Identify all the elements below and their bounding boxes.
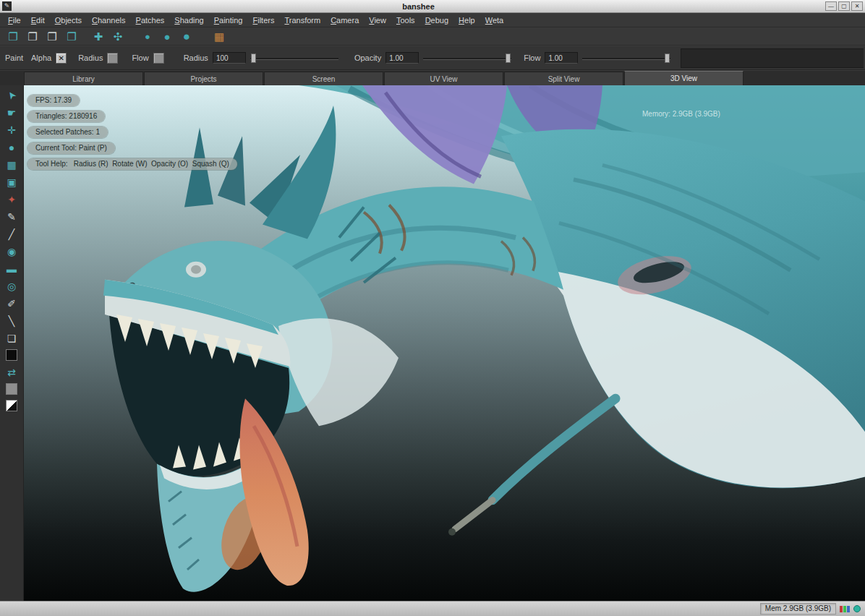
opacity-label: Opacity (354, 54, 381, 62)
menubar: FileEditObjectsChannelsPatchesShadingPai… (0, 13, 865, 27)
radius-slider-handle[interactable] (251, 54, 256, 63)
patch-select-tool-icon[interactable]: ▣ (3, 174, 20, 190)
flow-input[interactable] (545, 52, 578, 64)
opacity-input[interactable] (385, 52, 419, 64)
line-tool-icon-glyph: ╱ (9, 228, 14, 240)
viewport-hud: FPS: 17.39Triangles: 2180916Selected Pat… (27, 95, 237, 170)
status-indicator-dot (853, 605, 861, 612)
brush-preset-1-icon[interactable]: ● (140, 30, 155, 44)
rect-brush-tool-icon[interactable]: ▬ (3, 260, 20, 277)
main-area: ➤☛✛●▦▣✦✎╱◉▬◎✐╲❏⇄ (0, 85, 865, 601)
hud-fps: FPS: 17.39 (27, 95, 80, 106)
radius-stylus-toggle[interactable] (107, 53, 118, 64)
menu-channels[interactable]: Channels (87, 14, 131, 26)
pan-tool-icon[interactable]: ☛ (3, 104, 20, 121)
statusbar: Mem 2.9GB (3.9GB) (0, 601, 865, 616)
rgb-channels-icon[interactable] (840, 606, 850, 612)
menu-camera[interactable]: Camera (325, 14, 364, 26)
background-color-swatch[interactable] (6, 383, 17, 395)
menu-edit[interactable]: Edit (26, 14, 50, 26)
opacity-slider[interactable] (423, 54, 511, 63)
hud-selected-patches: Selected Patches: 1 (27, 127, 108, 138)
opacity-slider-handle[interactable] (506, 54, 511, 63)
foreground-color-swatch[interactable] (6, 349, 17, 361)
open-project-icon[interactable]: ❐ (25, 30, 40, 44)
transform-tool-icon-glyph: ❏ (7, 333, 17, 344)
menu-help[interactable]: Help (453, 14, 480, 26)
menu-shading[interactable]: Shading (169, 14, 208, 26)
new-project-icon[interactable]: ❐ (6, 30, 20, 44)
main-toolbar: ❐❐❐❐✚✣●●●▦ (0, 28, 865, 46)
pencil-tool-icon[interactable]: ✎ (3, 208, 20, 225)
tab-library[interactable]: Library (24, 72, 143, 85)
alpha-checkbox[interactable]: ✕ (56, 53, 67, 64)
move-tool-icon-glyph: ✛ (7, 124, 16, 136)
select-tool-icon[interactable]: ➤ (3, 87, 20, 103)
menu-weta[interactable]: Weta (480, 14, 508, 26)
menu-filters[interactable]: Filters (247, 14, 279, 26)
menu-objects[interactable]: Objects (50, 14, 87, 26)
pan-tool-icon-glyph: ☛ (7, 107, 17, 119)
menu-tools[interactable]: Tools (391, 14, 420, 26)
active-tool-label: Paint (0, 54, 27, 62)
pin-tool-icon[interactable]: ✦ (3, 191, 20, 208)
grid-warp-tool-icon[interactable]: ▦ (3, 156, 20, 173)
eyedropper-tool-icon[interactable]: ✐ (3, 295, 20, 312)
measure-tool-icon-glyph: ╲ (9, 315, 14, 327)
eyedropper-tool-icon-glyph: ✐ (7, 298, 16, 309)
swap-colors-icon[interactable]: ⇄ (3, 364, 20, 380)
tab-screen[interactable]: Screen (264, 72, 383, 85)
tab-uv-view[interactable]: UV View (384, 72, 503, 85)
fg-bg-color-swatch[interactable] (6, 400, 17, 411)
window-title: banshee (12, 2, 825, 11)
hud-triangles: Triangles: 2180916 (27, 111, 105, 122)
close-button[interactable]: ✕ (851, 1, 863, 11)
titlebar[interactable]: ✎ banshee — ▢ ✕ (0, 0, 865, 13)
hud-current-tool: Current Tool: Paint (P) (27, 142, 115, 154)
menu-patches[interactable]: Patches (131, 14, 170, 26)
flow-stylus-toggle[interactable] (153, 53, 164, 64)
ring-brush-tool-icon[interactable]: ◎ (3, 278, 20, 294)
tab-split-view[interactable]: Split View (504, 72, 623, 85)
menu-transform[interactable]: Transform (279, 14, 325, 26)
pencil-tool-icon-glyph: ✎ (7, 211, 16, 223)
brush-preset-3-icon[interactable]: ● (179, 30, 194, 44)
menu-painting[interactable]: Painting (209, 14, 248, 26)
line-tool-icon[interactable]: ╱ (3, 226, 20, 242)
swap-colors-icon-glyph: ⇄ (7, 367, 16, 378)
grid-warp-tool-icon-glyph: ▦ (7, 159, 16, 171)
paint-settings-bar: Paint Alpha ✕ Radius Flow Radius Opacity… (0, 46, 865, 70)
brush-preset-2-icon[interactable]: ● (160, 30, 174, 44)
transform-tool-icon[interactable]: ❏ (3, 330, 20, 346)
application-window: ✎ banshee — ▢ ✕ FileEditObjectsChannelsP… (0, 0, 865, 616)
tool-palette: ➤☛✛●▦▣✦✎╱◉▬◎✐╲❏⇄ (0, 85, 24, 601)
menu-view[interactable]: View (364, 14, 391, 26)
ring-brush-tool-icon-glyph: ◎ (7, 281, 16, 292)
radius-toggle-label: Radius (78, 54, 103, 62)
hud-tool-help: Tool Help: Radius (R) Rotate (W) Opacity… (27, 158, 237, 170)
import-image-icon[interactable]: ❐ (64, 30, 79, 44)
menu-file[interactable]: File (3, 14, 26, 26)
color-grid-icon[interactable]: ▦ (212, 30, 226, 44)
alpha-check-mark: ✕ (58, 54, 64, 62)
minimize-button[interactable]: — (825, 1, 837, 11)
radius-slider[interactable] (250, 54, 338, 63)
viewport-3d[interactable]: FPS: 17.39Triangles: 2180916Selected Pat… (24, 85, 865, 601)
menu-debug[interactable]: Debug (420, 14, 453, 26)
paint-drop-tool-icon[interactable]: ● (3, 139, 20, 155)
tab-3d-view[interactable]: 3D View (624, 71, 743, 85)
maximize-button[interactable]: ▢ (838, 1, 850, 11)
pin-tool-icon-glyph: ✦ (7, 194, 16, 205)
pose-rig-icon[interactable]: ✣ (111, 30, 125, 44)
flow-toggle-label: Flow (132, 54, 148, 62)
flow-slider-handle[interactable] (665, 54, 670, 63)
flow-slider[interactable] (582, 54, 670, 63)
select-tool-icon-glyph: ➤ (4, 88, 19, 102)
tab-projects[interactable]: Projects (144, 72, 263, 85)
move-tool-icon[interactable]: ✛ (3, 121, 20, 138)
dot-brush-tool-icon[interactable]: ◉ (3, 243, 20, 260)
save-project-icon[interactable]: ❐ (45, 30, 59, 44)
plug-node-icon[interactable]: ✚ (91, 30, 106, 44)
radius-input[interactable] (213, 52, 246, 64)
measure-tool-icon[interactable]: ╲ (3, 312, 20, 329)
